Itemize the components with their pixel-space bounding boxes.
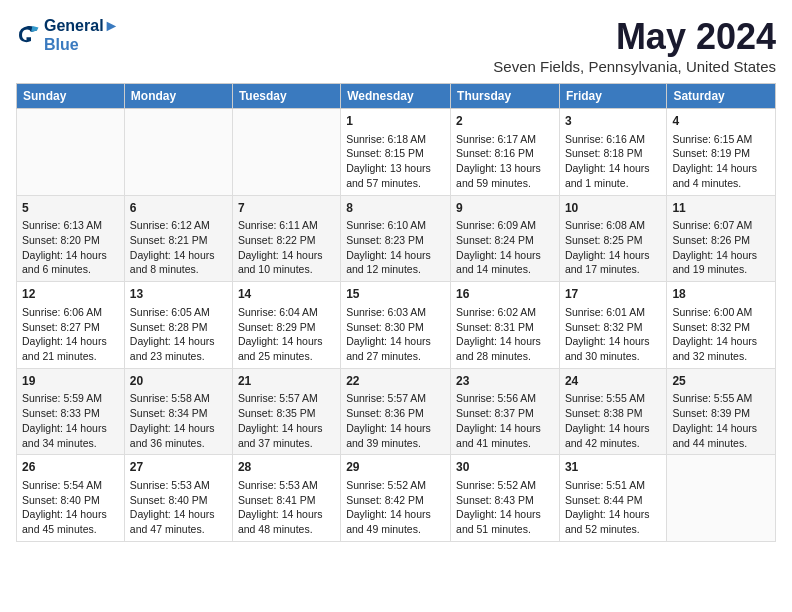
day-number: 25 (672, 373, 770, 390)
day-info: Sunrise: 6:15 AMSunset: 8:19 PMDaylight:… (672, 132, 770, 191)
day-number: 8 (346, 200, 445, 217)
logo-icon (16, 23, 40, 47)
weekday-header: Tuesday (232, 84, 340, 109)
day-number: 10 (565, 200, 661, 217)
day-info: Sunrise: 5:57 AMSunset: 8:36 PMDaylight:… (346, 391, 445, 450)
day-number: 26 (22, 459, 119, 476)
day-number: 24 (565, 373, 661, 390)
day-number: 1 (346, 113, 445, 130)
calendar-cell: 8Sunrise: 6:10 AMSunset: 8:23 PMDaylight… (341, 195, 451, 282)
day-info: Sunrise: 6:16 AMSunset: 8:18 PMDaylight:… (565, 132, 661, 191)
day-info: Sunrise: 5:51 AMSunset: 8:44 PMDaylight:… (565, 478, 661, 537)
day-number: 21 (238, 373, 335, 390)
day-number: 13 (130, 286, 227, 303)
calendar-cell: 9Sunrise: 6:09 AMSunset: 8:24 PMDaylight… (451, 195, 560, 282)
day-info: Sunrise: 6:17 AMSunset: 8:16 PMDaylight:… (456, 132, 554, 191)
day-number: 23 (456, 373, 554, 390)
weekday-header: Saturday (667, 84, 776, 109)
calendar-cell: 1Sunrise: 6:18 AMSunset: 8:15 PMDaylight… (341, 109, 451, 196)
day-number: 20 (130, 373, 227, 390)
day-info: Sunrise: 6:01 AMSunset: 8:32 PMDaylight:… (565, 305, 661, 364)
calendar-cell (124, 109, 232, 196)
weekday-header: Wednesday (341, 84, 451, 109)
calendar-cell: 7Sunrise: 6:11 AMSunset: 8:22 PMDaylight… (232, 195, 340, 282)
logo-text: General► Blue (44, 16, 119, 54)
day-info: Sunrise: 5:58 AMSunset: 8:34 PMDaylight:… (130, 391, 227, 450)
day-number: 30 (456, 459, 554, 476)
calendar-cell: 11Sunrise: 6:07 AMSunset: 8:26 PMDayligh… (667, 195, 776, 282)
weekday-header: Friday (559, 84, 666, 109)
day-number: 19 (22, 373, 119, 390)
location-title: Seven Fields, Pennsylvania, United State… (493, 58, 776, 75)
day-number: 15 (346, 286, 445, 303)
day-info: Sunrise: 6:13 AMSunset: 8:20 PMDaylight:… (22, 218, 119, 277)
day-number: 28 (238, 459, 335, 476)
day-info: Sunrise: 5:59 AMSunset: 8:33 PMDaylight:… (22, 391, 119, 450)
day-number: 14 (238, 286, 335, 303)
calendar-cell: 12Sunrise: 6:06 AMSunset: 8:27 PMDayligh… (17, 282, 125, 369)
calendar-cell: 27Sunrise: 5:53 AMSunset: 8:40 PMDayligh… (124, 455, 232, 542)
day-number: 17 (565, 286, 661, 303)
day-info: Sunrise: 5:52 AMSunset: 8:42 PMDaylight:… (346, 478, 445, 537)
calendar-cell: 10Sunrise: 6:08 AMSunset: 8:25 PMDayligh… (559, 195, 666, 282)
calendar-cell: 13Sunrise: 6:05 AMSunset: 8:28 PMDayligh… (124, 282, 232, 369)
calendar-cell: 24Sunrise: 5:55 AMSunset: 8:38 PMDayligh… (559, 368, 666, 455)
day-info: Sunrise: 6:02 AMSunset: 8:31 PMDaylight:… (456, 305, 554, 364)
page-header: General► Blue May 2024 Seven Fields, Pen… (16, 16, 776, 75)
day-info: Sunrise: 5:56 AMSunset: 8:37 PMDaylight:… (456, 391, 554, 450)
calendar-cell: 6Sunrise: 6:12 AMSunset: 8:21 PMDaylight… (124, 195, 232, 282)
calendar-cell: 5Sunrise: 6:13 AMSunset: 8:20 PMDaylight… (17, 195, 125, 282)
weekday-header: Sunday (17, 84, 125, 109)
calendar-cell: 3Sunrise: 6:16 AMSunset: 8:18 PMDaylight… (559, 109, 666, 196)
day-number: 6 (130, 200, 227, 217)
calendar-cell: 17Sunrise: 6:01 AMSunset: 8:32 PMDayligh… (559, 282, 666, 369)
calendar-cell: 15Sunrise: 6:03 AMSunset: 8:30 PMDayligh… (341, 282, 451, 369)
day-info: Sunrise: 6:18 AMSunset: 8:15 PMDaylight:… (346, 132, 445, 191)
day-info: Sunrise: 6:06 AMSunset: 8:27 PMDaylight:… (22, 305, 119, 364)
day-number: 12 (22, 286, 119, 303)
calendar-cell: 21Sunrise: 5:57 AMSunset: 8:35 PMDayligh… (232, 368, 340, 455)
weekday-header: Monday (124, 84, 232, 109)
calendar-cell: 31Sunrise: 5:51 AMSunset: 8:44 PMDayligh… (559, 455, 666, 542)
day-number: 11 (672, 200, 770, 217)
day-number: 22 (346, 373, 445, 390)
day-info: Sunrise: 6:08 AMSunset: 8:25 PMDaylight:… (565, 218, 661, 277)
day-number: 7 (238, 200, 335, 217)
calendar-cell (232, 109, 340, 196)
calendar-week-row: 26Sunrise: 5:54 AMSunset: 8:40 PMDayligh… (17, 455, 776, 542)
title-block: May 2024 Seven Fields, Pennsylvania, Uni… (493, 16, 776, 75)
day-number: 9 (456, 200, 554, 217)
calendar-week-row: 12Sunrise: 6:06 AMSunset: 8:27 PMDayligh… (17, 282, 776, 369)
day-info: Sunrise: 5:53 AMSunset: 8:40 PMDaylight:… (130, 478, 227, 537)
calendar-cell: 14Sunrise: 6:04 AMSunset: 8:29 PMDayligh… (232, 282, 340, 369)
calendar-week-row: 19Sunrise: 5:59 AMSunset: 8:33 PMDayligh… (17, 368, 776, 455)
day-info: Sunrise: 5:54 AMSunset: 8:40 PMDaylight:… (22, 478, 119, 537)
calendar-week-row: 5Sunrise: 6:13 AMSunset: 8:20 PMDaylight… (17, 195, 776, 282)
day-info: Sunrise: 5:53 AMSunset: 8:41 PMDaylight:… (238, 478, 335, 537)
day-number: 16 (456, 286, 554, 303)
weekday-header: Thursday (451, 84, 560, 109)
calendar-cell: 25Sunrise: 5:55 AMSunset: 8:39 PMDayligh… (667, 368, 776, 455)
day-info: Sunrise: 5:52 AMSunset: 8:43 PMDaylight:… (456, 478, 554, 537)
calendar-cell: 16Sunrise: 6:02 AMSunset: 8:31 PMDayligh… (451, 282, 560, 369)
calendar-cell: 19Sunrise: 5:59 AMSunset: 8:33 PMDayligh… (17, 368, 125, 455)
calendar-cell: 4Sunrise: 6:15 AMSunset: 8:19 PMDaylight… (667, 109, 776, 196)
day-info: Sunrise: 5:55 AMSunset: 8:39 PMDaylight:… (672, 391, 770, 450)
day-info: Sunrise: 6:07 AMSunset: 8:26 PMDaylight:… (672, 218, 770, 277)
day-info: Sunrise: 6:11 AMSunset: 8:22 PMDaylight:… (238, 218, 335, 277)
calendar-cell: 28Sunrise: 5:53 AMSunset: 8:41 PMDayligh… (232, 455, 340, 542)
calendar-cell: 30Sunrise: 5:52 AMSunset: 8:43 PMDayligh… (451, 455, 560, 542)
day-info: Sunrise: 6:03 AMSunset: 8:30 PMDaylight:… (346, 305, 445, 364)
calendar-cell: 20Sunrise: 5:58 AMSunset: 8:34 PMDayligh… (124, 368, 232, 455)
calendar-cell: 23Sunrise: 5:56 AMSunset: 8:37 PMDayligh… (451, 368, 560, 455)
calendar-cell: 18Sunrise: 6:00 AMSunset: 8:32 PMDayligh… (667, 282, 776, 369)
calendar-cell (17, 109, 125, 196)
day-number: 31 (565, 459, 661, 476)
day-number: 5 (22, 200, 119, 217)
day-info: Sunrise: 6:05 AMSunset: 8:28 PMDaylight:… (130, 305, 227, 364)
day-info: Sunrise: 6:10 AMSunset: 8:23 PMDaylight:… (346, 218, 445, 277)
day-info: Sunrise: 5:57 AMSunset: 8:35 PMDaylight:… (238, 391, 335, 450)
calendar-header: SundayMondayTuesdayWednesdayThursdayFrid… (17, 84, 776, 109)
calendar-body: 1Sunrise: 6:18 AMSunset: 8:15 PMDaylight… (17, 109, 776, 542)
day-number: 29 (346, 459, 445, 476)
